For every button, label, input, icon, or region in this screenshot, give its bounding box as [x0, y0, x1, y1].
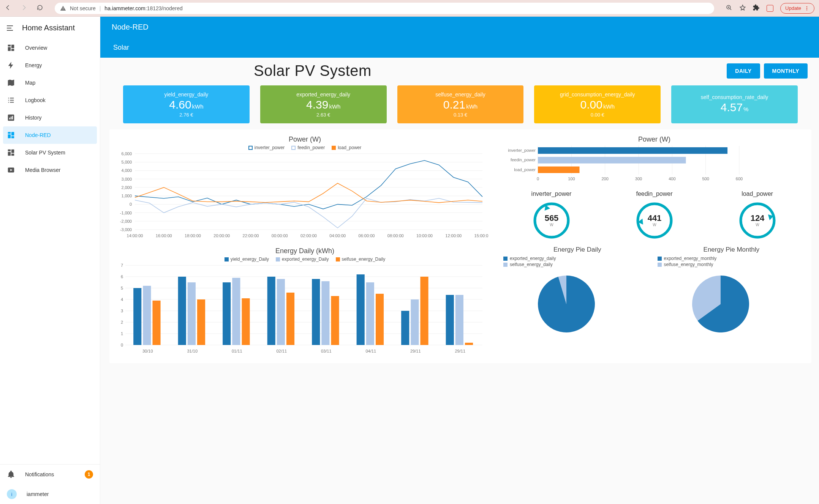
- sidebar-item-label: Overview: [25, 45, 47, 51]
- sidebar-item-overview[interactable]: Overview: [0, 39, 100, 57]
- svg-rect-76: [197, 299, 205, 345]
- svg-rect-88: [331, 296, 339, 345]
- hamburger-icon[interactable]: [7, 25, 13, 31]
- svg-rect-19: [11, 154, 14, 156]
- sidebar-item-logbook[interactable]: Logbook: [0, 91, 100, 109]
- star-icon[interactable]: [739, 4, 746, 13]
- stat-card: yield_energy_daily 4.60kWh 2.76 €: [123, 85, 250, 123]
- svg-text:565: 565: [544, 213, 558, 223]
- url-bar[interactable]: Not secure | ha.iammeter.com:18123/noder…: [55, 3, 714, 14]
- browser-bar: Not secure | ha.iammeter.com:18123/noder…: [0, 0, 819, 17]
- svg-text:03/11: 03/11: [321, 349, 332, 353]
- svg-rect-82: [267, 277, 275, 345]
- svg-text:02:00:00: 02:00:00: [300, 233, 317, 238]
- daily-button[interactable]: DAILY: [727, 63, 760, 79]
- zoom-icon[interactable]: [726, 4, 732, 13]
- svg-rect-87: [321, 281, 329, 345]
- svg-text:200: 200: [601, 176, 608, 181]
- sidebar-item-node-red[interactable]: Node-RED: [3, 126, 97, 144]
- svg-text:6: 6: [121, 274, 123, 279]
- app-title: Home Assistant: [22, 24, 75, 32]
- gauge: load_power 124 W: [708, 191, 807, 241]
- svg-rect-13: [11, 132, 14, 135]
- svg-rect-18: [8, 152, 11, 156]
- svg-rect-11: [12, 116, 13, 119]
- svg-rect-17: [11, 150, 14, 153]
- svg-text:12:00:00: 12:00:00: [445, 233, 462, 238]
- svg-rect-70: [133, 288, 141, 345]
- svg-rect-6: [8, 47, 11, 51]
- chart-box-icon: [7, 113, 15, 122]
- sidebar-item-energy[interactable]: Energy: [0, 57, 100, 74]
- svg-rect-78: [223, 282, 231, 345]
- sidebar: Home Assistant Overview Energy Map Logbo…: [0, 17, 100, 504]
- svg-rect-74: [178, 277, 186, 345]
- svg-text:-2,000: -2,000: [120, 219, 132, 224]
- sidebar-item-media[interactable]: Media Browser: [0, 161, 100, 179]
- svg-text:08:00:00: 08:00:00: [387, 233, 404, 238]
- svg-text:00:00:00: 00:00:00: [272, 233, 288, 238]
- url-path: /nodered: [162, 5, 183, 11]
- svg-text:3: 3: [121, 309, 123, 313]
- forward-icon[interactable]: [21, 4, 27, 13]
- svg-text:100: 100: [568, 176, 575, 181]
- url-host: ha.iammeter.com: [104, 5, 145, 11]
- sidebar-item-label: Node-RED: [25, 132, 51, 138]
- chart-title: Energy Pie Monthly: [656, 246, 807, 254]
- topbar-title: Node-RED: [100, 17, 819, 38]
- svg-text:3,000: 3,000: [121, 177, 132, 181]
- extensions-icon[interactable]: [753, 4, 760, 13]
- svg-text:600: 600: [736, 176, 743, 181]
- svg-rect-4: [8, 45, 11, 47]
- svg-rect-79: [232, 278, 240, 345]
- update-button[interactable]: Update: [780, 3, 814, 14]
- url-port: :18123: [145, 5, 162, 11]
- power-hbar-chart: Power (W) 0100200300400500600inverter_po…: [502, 135, 807, 184]
- svg-text:5,000: 5,000: [121, 160, 132, 164]
- avatar: i: [7, 489, 17, 499]
- svg-text:feedin_power: feedin_power: [511, 158, 536, 162]
- page-title: Solar PV System: [254, 62, 727, 79]
- app-icon[interactable]: [767, 5, 773, 12]
- back-icon[interactable]: [5, 4, 11, 13]
- stat-card: self_consumption_rate_daily 4.57%: [671, 85, 798, 123]
- svg-text:2,000: 2,000: [121, 185, 132, 190]
- svg-text:30/10: 30/10: [142, 349, 153, 353]
- svg-text:2: 2: [121, 320, 123, 324]
- svg-text:29/11: 29/11: [455, 349, 465, 353]
- svg-text:441: 441: [647, 213, 661, 223]
- sidebar-item-user[interactable]: i iammeter: [0, 484, 100, 504]
- media-icon: [7, 166, 15, 174]
- sidebar-item-label: Map: [25, 80, 35, 86]
- monthly-button[interactable]: MONTHLY: [764, 63, 808, 79]
- svg-rect-116: [538, 147, 727, 154]
- sidebar-item-map[interactable]: Map: [0, 74, 100, 91]
- svg-rect-84: [286, 293, 294, 345]
- svg-text:-1,000: -1,000: [120, 211, 132, 215]
- svg-text:18:00:00: 18:00:00: [185, 233, 201, 238]
- sidebar-item-history[interactable]: History: [0, 109, 100, 126]
- svg-rect-80: [242, 298, 250, 345]
- url-security-text: Not secure: [70, 5, 96, 11]
- dashboard-icon: [7, 148, 15, 157]
- list-icon: [7, 96, 15, 104]
- sidebar-item-notifications[interactable]: Notifications 1: [0, 465, 100, 484]
- svg-rect-99: [455, 295, 463, 345]
- sidebar-item-label: Logbook: [25, 97, 46, 103]
- svg-text:04:00:00: 04:00:00: [329, 233, 346, 238]
- warning-icon: [60, 5, 66, 11]
- reload-icon[interactable]: [36, 4, 43, 13]
- dashboard-icon: [7, 44, 15, 52]
- svg-rect-120: [538, 167, 580, 173]
- svg-text:4,000: 4,000: [121, 168, 132, 173]
- svg-rect-83: [277, 279, 285, 345]
- sidebar-item-label: Notifications: [25, 471, 54, 477]
- gauge: feedin_power 441 W: [605, 191, 704, 241]
- svg-text:15:00:00: 15:00:00: [474, 233, 488, 238]
- stat-card: exported_energy_daily 4.39kWh 2.63 €: [260, 85, 387, 123]
- svg-rect-96: [420, 277, 428, 345]
- sidebar-item-solar-pv[interactable]: Solar PV System: [0, 144, 100, 161]
- pie-daily: Energy Pie Daily exported_energy_daily s…: [502, 245, 653, 336]
- svg-text:W: W: [550, 223, 553, 227]
- chart-title: Power (W): [114, 135, 496, 143]
